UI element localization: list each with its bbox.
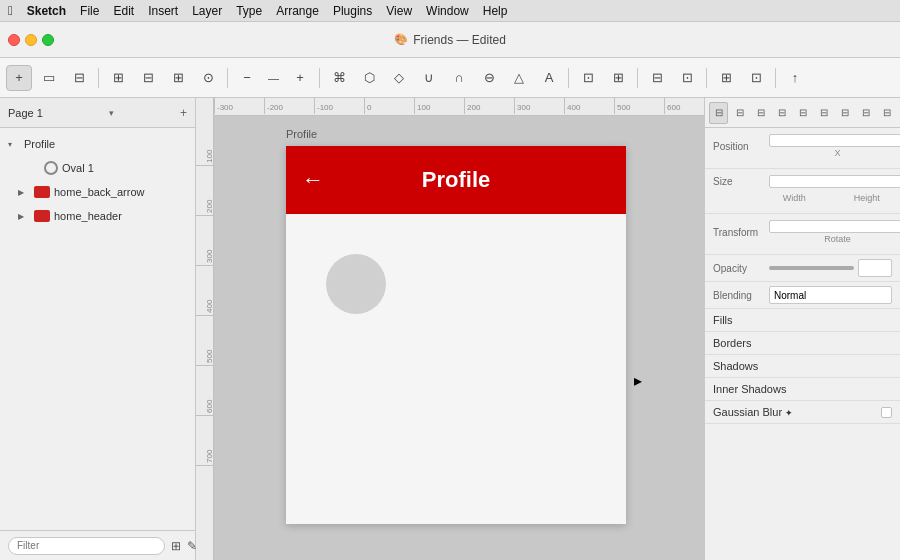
zoom-out-button[interactable]: − (234, 65, 260, 91)
gaussian-blur-label: Gaussian Blur ✦ (713, 406, 793, 418)
zoom-in-button[interactable]: + (287, 65, 313, 91)
left-panel-bottom: ⊞ ✎ 0 (0, 530, 195, 560)
separator-7 (775, 68, 776, 88)
gaussian-blur-checkbox[interactable] (881, 407, 892, 418)
zoom-control: — (264, 72, 283, 84)
align-center-h[interactable]: ⊟ (730, 102, 749, 124)
page-selector[interactable]: Page 1 ▾ + (0, 98, 195, 128)
tool8[interactable]: ∪ (416, 65, 442, 91)
alignment-toolbar: ⊟ ⊟ ⊟ ⊟ ⊟ ⊟ ⊟ ⊟ ⊟ (705, 98, 900, 128)
add-button[interactable]: + (6, 65, 32, 91)
x-label: X (769, 148, 900, 158)
menu-arrange[interactable]: Arrange (276, 4, 319, 18)
rotate-field[interactable] (769, 220, 900, 233)
folder2-icon (34, 210, 50, 222)
tool18[interactable]: ⊡ (743, 65, 769, 91)
page-arrow-icon: ▾ (109, 108, 114, 118)
transform-row: Transform Rotate Flip (713, 220, 892, 244)
menu-layer[interactable]: Layer (192, 4, 222, 18)
tool16[interactable]: ⊡ (674, 65, 700, 91)
opacity-field[interactable] (858, 259, 892, 277)
menu-plugins[interactable]: Plugins (333, 4, 372, 18)
layer-group-profile[interactable]: ▾ Profile (0, 132, 195, 156)
layers-panel: ▾ Profile Oval 1 ▶ home_back_arrow ▶ hom… (0, 128, 195, 530)
borders-section[interactable]: Borders (705, 332, 900, 355)
artboard-body (286, 214, 626, 524)
filter-input[interactable] (8, 537, 165, 555)
tool9[interactable]: ∩ (446, 65, 472, 91)
ruler-mark: -200 (264, 98, 314, 114)
menu-type[interactable]: Type (236, 4, 262, 18)
blending-label: Blending (713, 290, 765, 301)
copy-style-btn[interactable]: ⊞ (171, 536, 181, 556)
align-bottom[interactable]: ⊟ (814, 102, 833, 124)
menu-view[interactable]: View (386, 4, 412, 18)
window-title: 🎨 Friends — Edited (394, 33, 506, 47)
opacity-slider[interactable] (769, 266, 854, 270)
tool12[interactable]: A (536, 65, 562, 91)
inner-shadows-section[interactable]: Inner Shadows (705, 378, 900, 401)
align-extra[interactable]: ⊟ (877, 102, 896, 124)
back-arrow-icon[interactable]: ← (302, 167, 324, 193)
menu-help[interactable]: Help (483, 4, 508, 18)
toolbar: + ▭ ⊟ ⊞ ⊟ ⊞ ⊙ − — + ⌘ ⬡ ◇ ∪ ∩ ⊖ △ A ⊡ ⊞ … (0, 58, 900, 98)
tool7[interactable]: ◇ (386, 65, 412, 91)
maximize-button[interactable] (42, 34, 54, 46)
grid-tool[interactable]: ⊞ (105, 65, 131, 91)
tool10[interactable]: ⊖ (476, 65, 502, 91)
tool14[interactable]: ⊞ (605, 65, 631, 91)
layer-oval1[interactable]: Oval 1 (0, 156, 195, 180)
menu-window[interactable]: Window (426, 4, 469, 18)
add-page-icon[interactable]: + (180, 106, 187, 120)
align-right[interactable]: ⊟ (751, 102, 770, 124)
align-top[interactable]: ⊟ (772, 102, 791, 124)
ruler-mark: 500 (614, 98, 664, 114)
distribute-v[interactable]: ⊟ (856, 102, 875, 124)
align-middle[interactable]: ⊟ (793, 102, 812, 124)
tool13[interactable]: ⊡ (575, 65, 601, 91)
menu-insert[interactable]: Insert (148, 4, 178, 18)
apple-menu[interactable]:  (8, 3, 13, 18)
close-button[interactable] (8, 34, 20, 46)
distribute-h[interactable]: ⊟ (835, 102, 854, 124)
artboard[interactable]: ← Profile (286, 146, 626, 524)
width-label: Width (769, 193, 820, 203)
minimize-button[interactable] (25, 34, 37, 46)
size-section: Size is Width Height (705, 169, 900, 214)
tool3[interactable]: ⊞ (165, 65, 191, 91)
align-left[interactable]: ⊟ (709, 102, 728, 124)
tool5[interactable]: ⌘ (326, 65, 352, 91)
app-name[interactable]: Sketch (27, 4, 66, 18)
share-button[interactable]: ↑ (782, 65, 808, 91)
ruler-v-mark: 300 (196, 216, 214, 266)
tool2[interactable]: ⊟ (135, 65, 161, 91)
canvas-area[interactable]: -300 -200 -100 0 100 200 300 400 500 600… (196, 98, 704, 560)
blending-select[interactable]: Normal (769, 286, 892, 304)
shadows-section[interactable]: Shadows (705, 355, 900, 378)
shape-tool[interactable]: ▭ (36, 65, 62, 91)
tool11[interactable]: △ (506, 65, 532, 91)
text-tool[interactable]: ⊟ (66, 65, 92, 91)
artboard-header: ← Profile (286, 146, 626, 214)
ruler-mark: -300 (214, 98, 264, 114)
width-field[interactable] (769, 175, 900, 188)
x-field[interactable] (769, 134, 900, 147)
tool6[interactable]: ⬡ (356, 65, 382, 91)
menu-edit[interactable]: Edit (113, 4, 134, 18)
tool15[interactable]: ⊟ (644, 65, 670, 91)
fills-section[interactable]: Fills (705, 309, 900, 332)
title-bar: 🎨 Friends — Edited (0, 22, 900, 58)
inner-shadows-label: Inner Shadows (713, 383, 786, 395)
ruler-mark: 0 (364, 98, 414, 114)
layer-folder-back-arrow[interactable]: ▶ home_back_arrow (0, 180, 195, 204)
tool4[interactable]: ⊙ (195, 65, 221, 91)
menu-file[interactable]: File (80, 4, 99, 18)
layer-folder-home-header[interactable]: ▶ home_header (0, 204, 195, 228)
rotate-col: Rotate (769, 220, 900, 244)
tool17[interactable]: ⊞ (713, 65, 739, 91)
separator-6 (706, 68, 707, 88)
ruler-v-mark: 600 (196, 366, 214, 416)
separator-3 (319, 68, 320, 88)
opacity-row: Opacity (705, 255, 900, 282)
gaussian-blur-section[interactable]: Gaussian Blur ✦ (705, 401, 900, 424)
